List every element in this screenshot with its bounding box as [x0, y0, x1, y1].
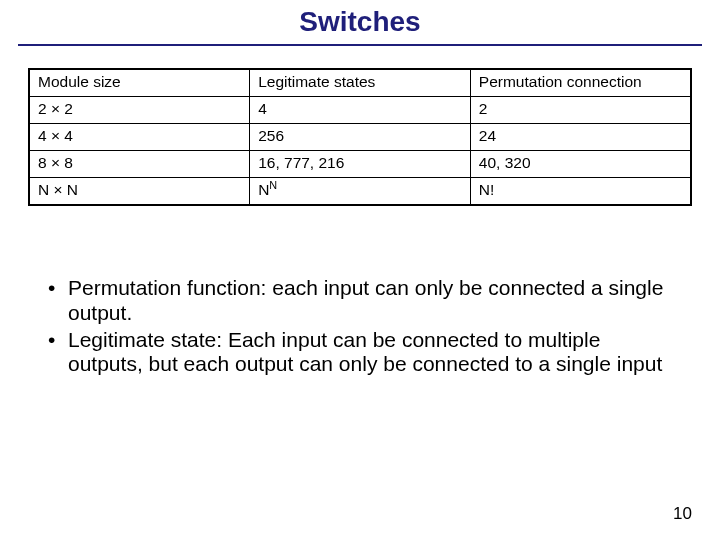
table-row: 4 × 4 256 24 — [29, 124, 691, 151]
cell-module: 2 × 2 — [29, 97, 250, 124]
list-item: • Legitimate state: Each input can be co… — [46, 328, 680, 378]
cell-legit: NN — [250, 178, 471, 206]
title-divider — [18, 44, 702, 46]
cell-module: 4 × 4 — [29, 124, 250, 151]
cell-perm: 2 — [470, 97, 691, 124]
switches-table: Module size Legitimate states Permutatio… — [28, 68, 692, 206]
cell-legit: 16, 777, 216 — [250, 151, 471, 178]
cell-perm: 24 — [470, 124, 691, 151]
legit-sup: N — [269, 179, 277, 191]
page-number: 10 — [673, 504, 692, 524]
cell-legit: 4 — [250, 97, 471, 124]
page-title: Switches — [0, 0, 720, 44]
table-row: 2 × 2 4 2 — [29, 97, 691, 124]
bullet-text: Legitimate state: Each input can be conn… — [68, 328, 680, 378]
cell-module: N × N — [29, 178, 250, 206]
bullet-dot: • — [46, 276, 68, 301]
col-header-legit: Legitimate states — [250, 69, 471, 97]
table-row: 8 × 8 16, 777, 216 40, 320 — [29, 151, 691, 178]
switches-table-wrap: Module size Legitimate states Permutatio… — [28, 68, 692, 206]
cell-module: 8 × 8 — [29, 151, 250, 178]
bullet-text: Permutation function: each input can onl… — [68, 276, 680, 326]
col-header-perm: Permutation connection — [470, 69, 691, 97]
table-row: N × N NN N! — [29, 178, 691, 206]
cell-legit: 256 — [250, 124, 471, 151]
table-header-row: Module size Legitimate states Permutatio… — [29, 69, 691, 97]
col-header-module: Module size — [29, 69, 250, 97]
cell-perm: 40, 320 — [470, 151, 691, 178]
bullet-list: • Permutation function: each input can o… — [46, 276, 680, 377]
legit-base: N — [258, 181, 269, 198]
list-item: • Permutation function: each input can o… — [46, 276, 680, 326]
bullet-dot: • — [46, 328, 68, 353]
cell-perm: N! — [470, 178, 691, 206]
